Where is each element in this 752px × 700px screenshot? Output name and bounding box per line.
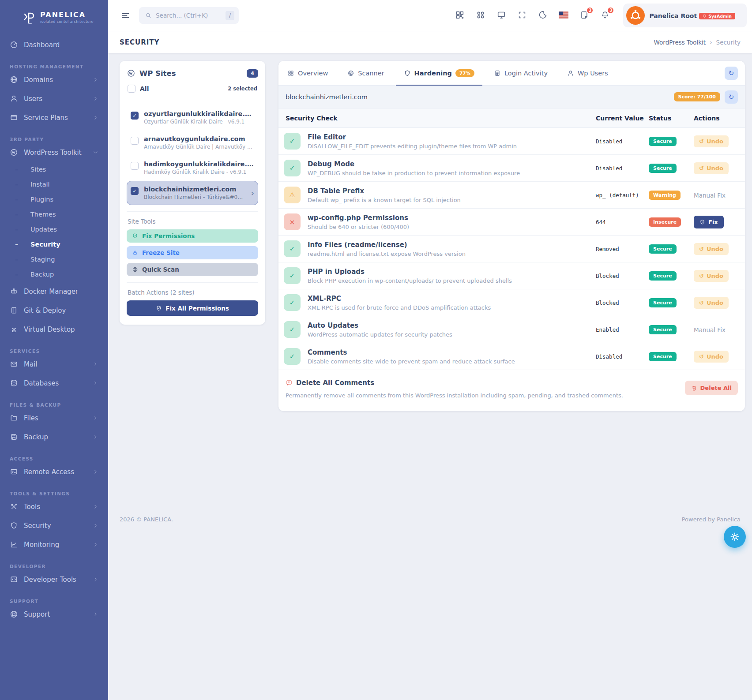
- wp-sites-panel: WP Sites 4 All 2 selected ozyurtlar: [120, 61, 265, 325]
- sidebar-item[interactable]: Databases: [9, 374, 99, 393]
- security-check-row: XML-RPC XML-RPC is used for brute-force …: [278, 289, 745, 316]
- sidebar-item[interactable]: Install: [9, 177, 99, 192]
- wordpress-icon: [10, 148, 18, 157]
- sidebar-item[interactable]: Domains: [9, 70, 99, 89]
- table-header: Security Check Current Value Status Acti…: [278, 109, 745, 128]
- sidebar-item[interactable]: Backup: [9, 267, 99, 282]
- notes-button[interactable]: 3: [579, 10, 590, 21]
- sidebar-item[interactable]: Themes: [9, 207, 99, 222]
- site-checkbox[interactable]: [131, 187, 139, 195]
- tab[interactable]: Wp Users: [565, 61, 610, 85]
- language-button[interactable]: [558, 10, 569, 21]
- security-check-row: Comments Disable comments site-wide to p…: [278, 343, 745, 370]
- brand: PANELICA isolated contol architecture: [0, 0, 108, 29]
- rescan-button[interactable]: [725, 90, 738, 104]
- sidebar-item[interactable]: Dashboard: [9, 35, 99, 54]
- sidebar-item[interactable]: Service Plans: [9, 108, 99, 127]
- chevron-right-icon: [93, 380, 98, 386]
- sidebar-item[interactable]: Files: [9, 408, 99, 427]
- slash-key-hint: /: [226, 11, 234, 20]
- undo-button[interactable]: Undo: [694, 135, 729, 147]
- site-list-item[interactable]: ozyurtlargunlukkiralikdaire.com Özyurtla…: [127, 105, 258, 130]
- col-actions: Actions: [694, 115, 745, 122]
- user-icon: [567, 70, 574, 77]
- fullscreen-button[interactable]: [517, 10, 527, 21]
- check-status-icon: [284, 321, 301, 338]
- gauge-icon: [10, 41, 18, 49]
- undo-button[interactable]: Undo: [694, 243, 729, 255]
- chevron-right-icon: [93, 542, 98, 547]
- sidebar-item[interactable]: Security: [9, 516, 99, 535]
- sidebar-item[interactable]: Monitoring: [9, 535, 99, 554]
- sidebar-item[interactable]: WordPress Toolkit: [9, 143, 99, 162]
- user-menu[interactable]: Panelica Root SysAdmin: [623, 4, 747, 27]
- fix-all-permissions-button[interactable]: Fix All Permissions: [127, 300, 258, 316]
- sidebar-item[interactable]: Tools: [9, 497, 99, 516]
- sidebar-item[interactable]: Users: [9, 89, 99, 108]
- sidebar-item-label: Virtual Desktop: [24, 326, 75, 333]
- undo-button[interactable]: Undo: [694, 297, 729, 309]
- select-all-row: All 2 selected: [128, 85, 257, 93]
- manual-fix-label: Manual Fix: [694, 192, 726, 199]
- site-checkbox[interactable]: [131, 112, 139, 120]
- refresh-button[interactable]: [725, 67, 738, 80]
- monitor-button[interactable]: [496, 10, 507, 21]
- site-tool-button[interactable]: Quick Scan: [127, 263, 258, 276]
- sidebar-nav: Dashboard HOSTING MANAGEMENT Domains: [0, 29, 108, 637]
- undo-button[interactable]: Undo: [694, 351, 729, 363]
- breadcrumb-parent[interactable]: WordPress Toolkit: [654, 39, 706, 46]
- dark-mode-button[interactable]: [538, 10, 548, 21]
- site-list-item[interactable]: arnavutkoygunlukdaire.com Arnavutköy Gün…: [127, 131, 258, 155]
- sidebar-item[interactable]: Docker Manager: [9, 282, 99, 301]
- undo-icon: [699, 353, 704, 360]
- check-title: wp-config.php Permissions: [308, 214, 409, 222]
- notifications-button[interactable]: 3: [600, 10, 610, 21]
- sidebar-item[interactable]: Developer Tools: [9, 570, 99, 589]
- undo-button[interactable]: Undo: [694, 162, 729, 174]
- sidebar-item[interactable]: Virtual Desktop: [9, 320, 99, 339]
- undo-button[interactable]: Undo: [694, 270, 729, 282]
- page-header: SECURITY WordPress Toolkit › Security: [108, 31, 752, 53]
- sidebar-item[interactable]: Support: [9, 605, 99, 624]
- site-checkbox[interactable]: [131, 162, 139, 170]
- tab[interactable]: Scanner: [346, 61, 386, 85]
- apps-grid-button[interactable]: [475, 10, 486, 21]
- sidebar-item-label: FILES & BACKUP: [10, 402, 61, 408]
- sidebar-item[interactable]: Backup: [9, 427, 99, 446]
- settings-fab-button[interactable]: [724, 526, 746, 548]
- search-input[interactable]: Search... (Ctrl+K) /: [139, 7, 239, 24]
- sidebar-item[interactable]: Updates: [9, 222, 99, 237]
- sidebar-item[interactable]: Staging: [9, 252, 99, 267]
- tab[interactable]: Hardening 77%: [402, 61, 476, 85]
- site-tool-button[interactable]: Freeze Site: [127, 246, 258, 259]
- qr-code-button[interactable]: [455, 10, 465, 21]
- site-list-item[interactable]: hadimkoygunlukkiralikdaire.com Hadımköy …: [127, 156, 258, 180]
- sidebar-item[interactable]: Remote Access: [9, 462, 99, 481]
- site-list-item[interactable]: blockchainhizmetleri.com Blockchain Hizm…: [127, 181, 258, 205]
- delete-all-button[interactable]: Delete All: [685, 381, 738, 395]
- select-all-checkbox[interactable]: [128, 85, 135, 93]
- tab[interactable]: Overview: [286, 61, 330, 85]
- divider: [127, 211, 258, 212]
- tab[interactable]: Login Activity: [492, 61, 549, 85]
- sidebar-item[interactable]: Mail: [9, 355, 99, 374]
- qr-code-icon: [455, 10, 465, 20]
- sidebar-item: SERVICES: [9, 346, 99, 355]
- chevron-right-icon: [93, 576, 98, 582]
- fix-button[interactable]: Fix: [694, 216, 724, 228]
- sidebar-item[interactable]: Sites: [9, 162, 99, 177]
- sidebar-item[interactable]: Security: [9, 237, 99, 252]
- col-current-value: Current Value: [596, 115, 649, 122]
- sidebar-item-label: Updates: [30, 226, 57, 233]
- current-value: Removed: [596, 246, 649, 252]
- divider: [127, 99, 258, 99]
- site-checkbox[interactable]: [131, 137, 139, 145]
- menu-toggle-button[interactable]: [120, 11, 131, 20]
- chevron-right-icon: [93, 115, 98, 120]
- site-tool-button[interactable]: Fix Permissions: [127, 229, 258, 243]
- sidebar-item: 3RD PARTY: [9, 134, 99, 143]
- wp-sites-header: WP Sites 4: [127, 69, 258, 78]
- sidebar-item[interactable]: Git & Deploy: [9, 301, 99, 320]
- check-status-icon: [284, 187, 301, 203]
- sidebar-item[interactable]: Plugins: [9, 192, 99, 207]
